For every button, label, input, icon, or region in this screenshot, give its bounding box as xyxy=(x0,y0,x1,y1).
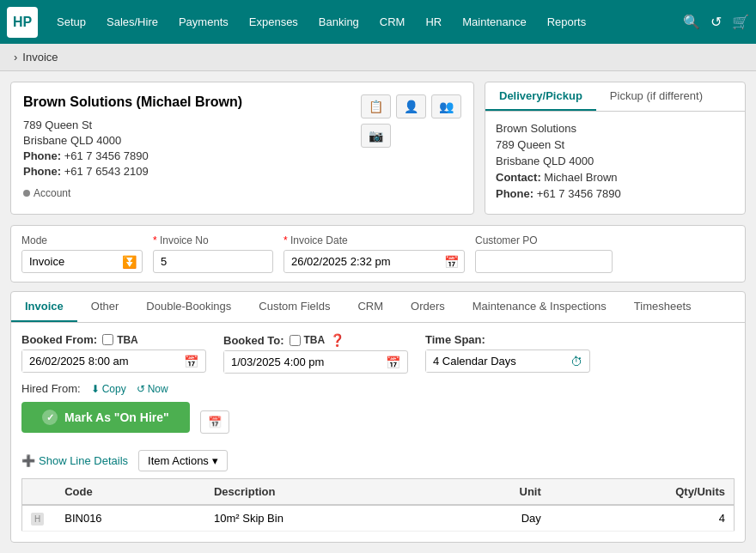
delivery-contact: Contact: Michael Brown xyxy=(496,171,735,184)
customer-actions-row1: 📋 👤 👥 xyxy=(361,94,461,118)
invoice-date-required: * xyxy=(284,234,288,246)
table-header-code: Code xyxy=(56,479,205,506)
invoice-date-wrap: 📅 xyxy=(284,250,465,273)
mode-dropdown-icon[interactable]: ⏬ xyxy=(117,255,142,269)
nav-setup[interactable]: Setup xyxy=(48,10,94,33)
row-handle: H xyxy=(22,505,57,532)
booked-from-date-input[interactable] xyxy=(22,350,177,372)
timespan-group: Time Span: ⏱ xyxy=(425,333,590,373)
tab-crm[interactable]: CRM xyxy=(344,292,397,322)
row-qty: 4 xyxy=(550,505,735,532)
customer-phone1: Phone: +61 7 3456 7890 xyxy=(23,149,242,162)
search-icon[interactable]: 🔍 xyxy=(683,14,700,30)
invoice-no-group: * Invoice No xyxy=(153,234,273,273)
mode-input[interactable] xyxy=(22,251,117,272)
hired-from-label: Hired From: xyxy=(21,382,81,395)
nav-crm[interactable]: CRM xyxy=(371,10,414,33)
tab-timesheets[interactable]: Timesheets xyxy=(620,292,705,322)
invoice-no-input[interactable] xyxy=(153,250,273,273)
mark-on-hire-row: ✓ Mark As "On Hire" 📅 xyxy=(21,402,735,441)
booked-to-calendar-icon[interactable]: 📅 xyxy=(379,356,407,369)
delivery-address1: 789 Queen St xyxy=(496,138,735,151)
booked-from-group: Booked From: TBA 📅 xyxy=(21,333,206,373)
tab-custom-fields[interactable]: Custom Fields xyxy=(245,292,344,322)
customer-card: Brown Solutions (Michael Brown) 789 Quee… xyxy=(10,82,474,215)
line-items-table: Code Description Unit Qty/Units H BIN016… xyxy=(21,478,735,532)
dropdown-arrow-icon: ▾ xyxy=(212,454,218,467)
invoice-tab-content: Booked From: TBA 📅 Booked To: xyxy=(11,323,745,542)
logo: HP xyxy=(7,7,38,38)
timespan-input[interactable] xyxy=(426,350,564,372)
table-header-unit: Unit xyxy=(443,479,550,506)
nav-banking[interactable]: Banking xyxy=(310,10,368,33)
copy-icon: ⬇ xyxy=(91,383,100,395)
nav-reports[interactable]: Reports xyxy=(539,10,595,33)
nav-expenses[interactable]: Expenses xyxy=(241,10,307,33)
table-header-description: Description xyxy=(205,479,443,506)
calendar-action-btn[interactable]: 📅 xyxy=(200,410,229,434)
show-line-details-link[interactable]: ➕ Show Line Details xyxy=(21,454,128,467)
customer-info: 789 Queen St Brisbane QLD 4000 Phone: +6… xyxy=(23,118,242,178)
row-handle-label: H xyxy=(31,513,44,526)
booked-to-label: Booked To: TBA ❓ xyxy=(223,333,408,347)
customer-po-input[interactable] xyxy=(475,250,613,273)
tab-pickup-different[interactable]: Pickup (if different) xyxy=(596,82,716,111)
now-link[interactable]: ↺ Now xyxy=(137,383,168,395)
account-dot xyxy=(23,190,30,197)
nav-hr[interactable]: HR xyxy=(417,10,450,33)
copy-link[interactable]: ⬇ Copy xyxy=(91,383,126,395)
navbar: HP Setup Sales/Hire Payments Expenses Ba… xyxy=(0,0,756,44)
tab-other[interactable]: Other xyxy=(77,292,133,322)
customer-actions: 📋 👤 👥 📷 xyxy=(361,94,461,199)
now-icon: ↺ xyxy=(137,383,145,395)
booked-from-calendar-icon[interactable]: 📅 xyxy=(177,355,205,368)
delivery-card: Delivery/Pickup Pickup (if different) Br… xyxy=(485,82,746,215)
group-btn[interactable]: 👥 xyxy=(431,94,461,118)
booked-from-tba-checkbox[interactable] xyxy=(102,334,113,345)
camera-btn[interactable]: 📷 xyxy=(361,124,391,148)
form-row: Mode ⏬ * Invoice No * Invoice Date 📅 xyxy=(10,225,746,283)
booked-row: Booked From: TBA 📅 Booked To: xyxy=(21,333,735,374)
nav-maintenance[interactable]: Maintenance xyxy=(454,10,534,33)
table-row: H BIN016 10m² Skip Bin Day 4 xyxy=(22,505,735,532)
invoice-date-input[interactable] xyxy=(284,251,439,272)
timespan-icon[interactable]: ⏱ xyxy=(564,355,589,368)
booked-to-tba-checkbox[interactable] xyxy=(290,335,301,346)
item-actions-button[interactable]: Item Actions ▾ xyxy=(138,450,228,471)
customer-address1: 789 Queen St xyxy=(23,118,242,131)
booked-from-label: Booked From: TBA xyxy=(21,333,206,346)
customer-actions-row2: 📷 xyxy=(361,124,461,148)
main-content: Brown Solutions (Michael Brown) 789 Quee… xyxy=(0,71,756,553)
customer-po-label: Customer PO xyxy=(475,234,613,246)
delivery-company: Brown Solutions xyxy=(496,122,735,135)
tab-delivery-pickup[interactable]: Delivery/Pickup xyxy=(485,82,596,111)
timespan-wrap: ⏱ xyxy=(425,349,590,373)
history-icon[interactable]: ↺ xyxy=(710,14,722,30)
mode-group: Mode ⏬ xyxy=(21,234,143,273)
row-description[interactable]: 10m² Skip Bin xyxy=(205,505,443,532)
cart-icon[interactable]: 🛒 xyxy=(732,14,749,30)
edit-customer-btn[interactable]: 📋 xyxy=(361,94,391,118)
invoice-date-group: * Invoice Date 📅 xyxy=(284,234,465,273)
tab-invoice[interactable]: Invoice xyxy=(11,292,77,322)
customer-name: Brown Solutions (Michael Brown) xyxy=(23,94,242,110)
tab-maintenance-inspections[interactable]: Maintenance & Inspections xyxy=(459,292,620,322)
person-btn[interactable]: 👤 xyxy=(396,94,426,118)
tab-double-bookings[interactable]: Double-Bookings xyxy=(132,292,245,322)
mark-on-hire-button[interactable]: ✓ Mark As "On Hire" xyxy=(21,402,190,433)
breadcrumb-label: Invoice xyxy=(22,51,58,64)
tabs-bar: Invoice Other Double-Bookings Custom Fie… xyxy=(10,291,746,543)
nav-payments[interactable]: Payments xyxy=(170,10,237,33)
booked-to-tba: TBA ❓ xyxy=(290,333,345,347)
nav-sales-hire[interactable]: Sales/Hire xyxy=(98,10,167,33)
top-section: Brown Solutions (Michael Brown) 789 Quee… xyxy=(10,82,746,215)
row-code[interactable]: BIN016 xyxy=(56,505,205,532)
tab-orders[interactable]: Orders xyxy=(397,292,459,322)
navbar-icons: 🔍 ↺ 🛒 xyxy=(683,14,749,30)
delivery-tabs: Delivery/Pickup Pickup (if different) xyxy=(485,82,745,112)
table-header-qty: Qty/Units xyxy=(550,479,735,506)
booked-to-date-input[interactable] xyxy=(224,351,379,373)
booked-to-date-wrap: 📅 xyxy=(223,350,408,374)
calendar-icon[interactable]: 📅 xyxy=(439,255,464,269)
account-badge: Account xyxy=(23,187,70,199)
